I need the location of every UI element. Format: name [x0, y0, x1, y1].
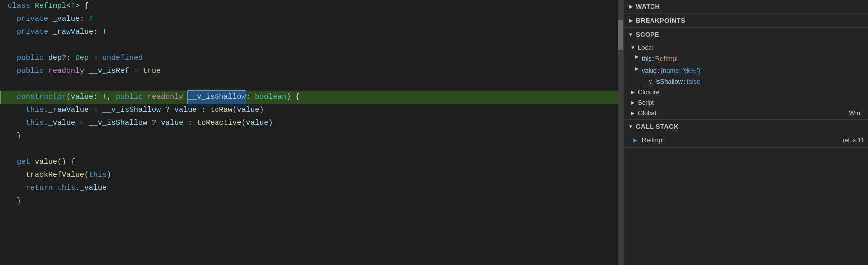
code-line: get value() {: [0, 156, 623, 169]
scope-label: Scope: [636, 31, 659, 38]
code-line: public readonly __v_isRef = true: [0, 65, 623, 78]
scope-arrow-icon: [628, 32, 634, 38]
global-label: Global: [638, 109, 656, 117]
code-line: [0, 39, 623, 52]
value-colon: :: [658, 66, 660, 76]
watch-arrow-icon: [628, 4, 634, 10]
callstack-content: ➤ RefImpl ref.ts:11: [624, 133, 868, 147]
closure-label: Closure: [638, 88, 660, 96]
callstack-arrow-icon: [628, 124, 634, 130]
code-line: class RefImpl<T> {: [0, 0, 623, 13]
code-line: }: [0, 195, 623, 208]
scope-header[interactable]: Scope: [624, 28, 868, 41]
shallow-value: false: [687, 77, 700, 87]
closure-arrow-icon: [630, 89, 636, 95]
watch-header[interactable]: Watch: [624, 0, 868, 13]
closure-header[interactable]: Closure: [624, 87, 868, 97]
code-line: public dep?: Dep = undefined: [0, 52, 623, 65]
code-line: trackRefValue(this): [0, 169, 623, 182]
breakpoints-arrow-icon: [628, 18, 634, 24]
code-line: private _value: T: [0, 13, 623, 26]
code-editor[interactable]: class RefImpl<T> { private _value: T pri…: [0, 0, 623, 208]
code-line: [0, 143, 623, 156]
debug-panel: Watch Breakpoints Scope Local this :: [624, 0, 868, 265]
breakpoints-section: Breakpoints: [624, 14, 868, 28]
this-value: RefImpl: [655, 54, 678, 64]
callstack-header[interactable]: Call Stack: [624, 120, 868, 133]
this-colon: :: [652, 54, 654, 64]
local-label: Local: [638, 44, 653, 51]
code-line: [0, 78, 623, 91]
scope-item-shallow[interactable]: __v_isShallow : false: [624, 77, 868, 87]
value-name: value: [642, 66, 657, 76]
script-arrow-icon: [630, 100, 636, 106]
global-arrow-icon: [630, 110, 636, 116]
scope-item-this[interactable]: this : RefImpl: [624, 53, 868, 65]
scrollbar-track[interactable]: [618, 0, 623, 265]
shallow-name: __v_isShallow: [642, 77, 683, 87]
callstack-item-refimpl[interactable]: ➤ RefImpl ref.ts:11: [624, 133, 868, 147]
scrollbar-thumb[interactable]: [618, 20, 623, 50]
code-panel: class RefImpl<T> { private _value: T pri…: [0, 0, 624, 265]
watch-label: Watch: [636, 3, 660, 10]
this-expand-icon: [634, 54, 640, 60]
callstack-label: Call Stack: [636, 123, 679, 130]
code-line: }: [0, 130, 623, 143]
scope-item-value[interactable]: value : {name: '张三'}: [624, 65, 868, 77]
global-header[interactable]: Global Win: [624, 108, 868, 118]
scope-content: Local this : RefImpl value : {name: '张三'…: [624, 41, 868, 119]
code-line: this._rawValue = __v_isShallow ? value :…: [0, 104, 623, 117]
code-line: private _rawValue: T: [0, 26, 623, 39]
callstack-item-name: RefImpl: [642, 135, 843, 145]
breakpoints-header[interactable]: Breakpoints: [624, 14, 868, 27]
global-extra: Win: [849, 109, 860, 117]
value-expand-icon: [634, 66, 640, 72]
value-value: {name: '张三'}: [661, 66, 700, 76]
scope-section: Scope Local this : RefImpl value : {name…: [624, 28, 868, 120]
callstack-item-file: ref.ts:11: [843, 135, 864, 145]
shallow-colon: :: [684, 77, 686, 87]
watch-section: Watch: [624, 0, 868, 14]
script-label: Script: [638, 99, 654, 106]
callstack-active-icon: ➤: [632, 135, 638, 145]
this-name: this: [642, 54, 651, 64]
script-header[interactable]: Script: [624, 97, 868, 108]
code-line: return this._value: [0, 182, 623, 195]
callstack-section: Call Stack ➤ RefImpl ref.ts:11: [624, 120, 868, 148]
breakpoints-label: Breakpoints: [636, 17, 685, 24]
local-arrow-icon: [630, 45, 636, 51]
code-line: this._value = __v_isShallow ? value : to…: [0, 117, 623, 130]
code-line: constructor(value: T, public readonly __…: [0, 91, 623, 104]
local-header[interactable]: Local: [624, 42, 868, 53]
